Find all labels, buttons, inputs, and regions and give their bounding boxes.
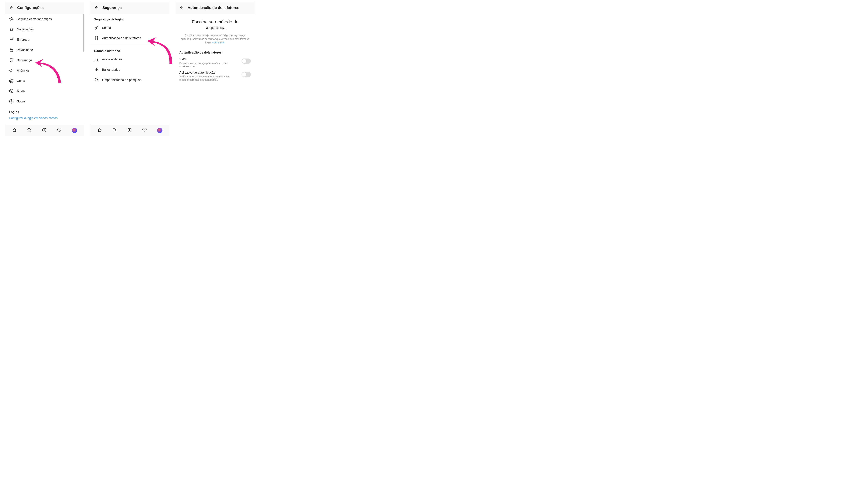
row-senha[interactable]: Senha: [90, 23, 169, 33]
option-sms: SMS Enviaremos um código para o número q…: [176, 56, 255, 69]
nav-activity[interactable]: [57, 128, 62, 133]
nav-home[interactable]: [12, 128, 17, 133]
row-baixar-dados[interactable]: Baixar dados: [90, 64, 169, 75]
screen-configuracoes: Configurações Seguir e convidar amigos N…: [5, 2, 84, 136]
row-label: Anúncios: [17, 69, 30, 73]
header: Autenticação de dois fatores: [176, 2, 255, 14]
user-icon: [9, 78, 14, 83]
tfa-heading: Escolha seu método de segurança: [181, 19, 250, 31]
row-label: Segurança: [17, 59, 32, 62]
row-label: Notificações: [17, 28, 34, 31]
nav-activity[interactable]: [142, 128, 147, 133]
divider: [90, 44, 169, 45]
key-icon: [94, 26, 99, 30]
body: Escolha seu método de segurança Escolha …: [176, 14, 255, 84]
learn-more-link[interactable]: Saiba mais: [212, 41, 225, 44]
row-privacidade[interactable]: Privacidade: [5, 45, 84, 55]
nav-profile[interactable]: [157, 128, 163, 133]
toggle-sms[interactable]: [242, 59, 251, 64]
shield-icon: [9, 58, 14, 63]
header-title: Configurações: [17, 5, 44, 10]
section-logins: Logins: [5, 107, 84, 115]
back-button[interactable]: [179, 5, 184, 10]
scrollbar[interactable]: [83, 14, 84, 52]
bottom-nav: [5, 125, 84, 136]
header: Configurações: [5, 2, 84, 14]
row-ajuda[interactable]: Ajuda: [5, 86, 84, 96]
header: Segurança: [90, 2, 169, 14]
option-title: SMS: [179, 58, 231, 61]
lock-icon: [9, 48, 14, 52]
bottom-nav: [90, 125, 169, 136]
back-button[interactable]: [8, 5, 13, 10]
body: Segurança de login Senha Autenticação de…: [90, 14, 169, 125]
row-limpar-historico[interactable]: Limpar histórico de pesquisa: [90, 75, 169, 85]
section-seguranca-login: Segurança de login: [90, 14, 169, 23]
row-acessar-dados[interactable]: Acessar dados: [90, 54, 169, 64]
option-desc: Enviaremos um código para o número que v…: [179, 61, 231, 68]
tfa-intro: Escolha seu método de segurança Escolha …: [176, 14, 255, 46]
row-label: Limpar histórico de pesquisa: [102, 78, 141, 82]
store-icon: [9, 37, 14, 42]
download-icon: [94, 67, 99, 72]
row-sobre[interactable]: Sobre: [5, 96, 84, 107]
row-label: Sobre: [17, 100, 25, 103]
bell-icon: [9, 27, 14, 32]
link-config-login-multiplas-contas[interactable]: Configurar o login em várias contas: [5, 115, 84, 120]
row-notificacoes[interactable]: Notificações: [5, 24, 84, 34]
option-auth-app: Aplicativo de autenticação Verificaremos…: [176, 69, 255, 83]
tfa-subtitle: Escolha como deseja receber o código de …: [181, 33, 250, 44]
row-conta[interactable]: Conta: [5, 76, 84, 86]
nav-add[interactable]: [127, 128, 132, 133]
nav-home[interactable]: [97, 128, 102, 133]
row-empresa[interactable]: Empresa: [5, 34, 84, 45]
row-label: Baixar dados: [102, 68, 120, 72]
back-button[interactable]: [93, 5, 99, 10]
option-desc: Verificaremos se você tem um. Se não tiv…: [179, 75, 231, 81]
section-dados-historico: Dados e histórico: [90, 46, 169, 54]
nav-search[interactable]: [112, 128, 117, 133]
info-icon: [9, 99, 14, 104]
row-label: Senha: [102, 26, 111, 30]
toggle-auth-app[interactable]: [242, 72, 251, 77]
help-icon: [9, 89, 14, 94]
nav-search[interactable]: [27, 128, 32, 133]
header-title: Autenticação de dois fatores: [187, 5, 239, 10]
add-person-icon: [9, 17, 14, 21]
phone-shield-icon: [94, 36, 99, 41]
row-label: Acessar dados: [102, 58, 122, 61]
row-label: Conta: [17, 79, 25, 83]
row-seguir-convidar[interactable]: Seguir e convidar amigos: [5, 14, 84, 24]
screen-seguranca: Segurança Segurança de login Senha Auten…: [90, 2, 169, 136]
row-anuncios[interactable]: Anúncios: [5, 65, 84, 76]
row-seguranca[interactable]: Segurança: [5, 55, 84, 65]
nav-profile[interactable]: [72, 128, 77, 133]
header-title: Segurança: [102, 5, 122, 10]
row-autenticacao-dois-fatores[interactable]: Autenticação de dois fatores: [90, 33, 169, 43]
tfa-section-title: Autenticação de dois fatores: [176, 46, 255, 56]
row-label: Ajuda: [17, 90, 25, 93]
bars-icon: [94, 57, 99, 62]
row-label: Empresa: [17, 38, 29, 42]
option-title: Aplicativo de autenticação: [179, 71, 231, 75]
megaphone-icon: [9, 68, 14, 73]
search-icon: [94, 78, 99, 82]
screen-autenticacao-dois-fatores: Autenticação de dois fatores Escolha seu…: [176, 2, 255, 136]
nav-add[interactable]: [42, 128, 47, 133]
row-label: Privacidade: [17, 48, 33, 52]
body: Seguir e convidar amigos Notificações Em…: [5, 14, 84, 125]
row-label: Seguir e convidar amigos: [17, 17, 52, 21]
row-label: Autenticação de dois fatores: [102, 36, 141, 40]
